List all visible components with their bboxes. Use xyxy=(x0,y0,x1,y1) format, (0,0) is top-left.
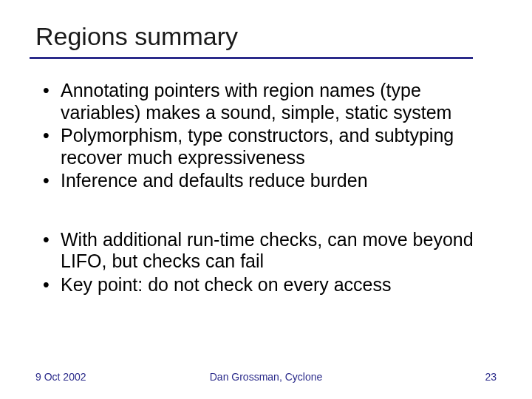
list-item: Inference and defaults reduce burden xyxy=(35,170,497,192)
footer-page: 23 xyxy=(485,371,497,383)
footer-author: Dan Grossman, Cyclone xyxy=(210,371,323,383)
bullet-list-a: Annotating pointers with region names (t… xyxy=(35,80,497,192)
slide: Regions summary Annotating pointers with… xyxy=(0,0,532,399)
slide-content: Annotating pointers with region names (t… xyxy=(0,59,532,296)
list-item: Polymorphism, type constructors, and sub… xyxy=(35,125,497,168)
spacer xyxy=(35,194,497,229)
footer-date: 9 Oct 2002 xyxy=(35,371,86,383)
list-item: Annotating pointers with region names (t… xyxy=(35,80,497,123)
list-item: Key point: do not check on every access xyxy=(35,274,497,296)
bullet-list-b: With additional run-time checks, can mov… xyxy=(35,229,497,296)
footer: 9 Oct 2002 Dan Grossman, Cyclone 23 xyxy=(0,371,532,383)
list-item: With additional run-time checks, can mov… xyxy=(35,229,497,273)
slide-title: Regions summary xyxy=(0,0,532,57)
